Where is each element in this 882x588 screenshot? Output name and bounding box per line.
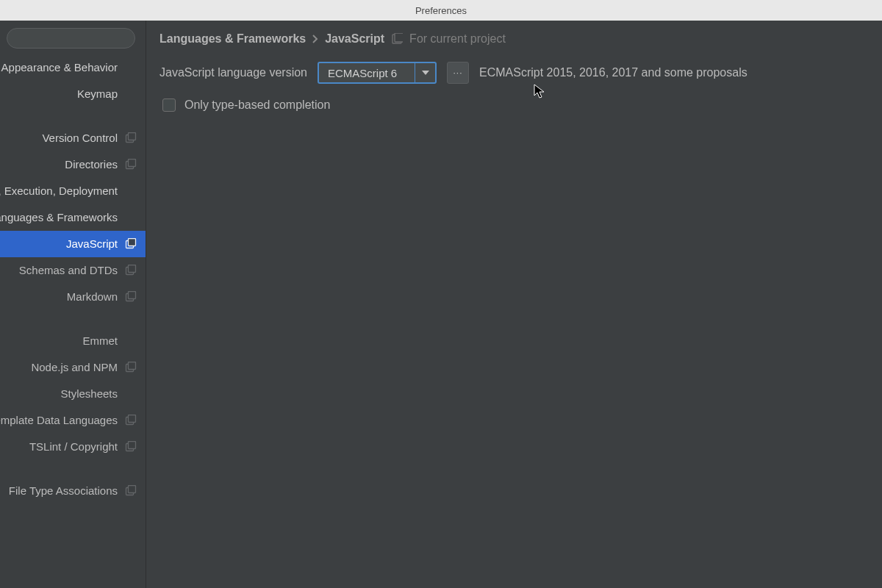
sidebar: Appearance & BehaviorKeymapVersion Contr… <box>0 21 146 588</box>
body: Appearance & BehaviorKeymapVersion Contr… <box>0 21 882 588</box>
project-scope-icon <box>125 485 137 497</box>
sidebar-item[interactable]: Markdown <box>0 284 146 310</box>
sidebar-item[interactable]: Build, Execution, Deployment <box>0 178 146 204</box>
project-scope-icon <box>125 265 137 276</box>
sidebar-item-label: Markdown <box>67 284 118 310</box>
sidebar-item[interactable]: TSLint / Copyright <box>0 434 146 460</box>
type-completion-label: Only type-based completion <box>184 98 330 112</box>
sidebar-item-label: Version Control <box>42 125 118 151</box>
dropdown-arrow-icon <box>415 63 435 82</box>
language-version-value: ECMAScript 6 <box>319 63 415 82</box>
sidebar-item-label: Appearance & Behavior <box>1 54 118 81</box>
sidebar-item-label: Stylesheets <box>60 381 118 407</box>
window-title: Preferences <box>415 5 467 16</box>
svg-rect-9 <box>129 292 136 299</box>
sidebar-item[interactable]: Stylesheets <box>0 381 146 407</box>
sidebar-item[interactable]: JavaScript <box>0 231 146 257</box>
svg-rect-11 <box>129 362 136 370</box>
sidebar-item[interactable]: Node.js and NPM <box>0 354 146 381</box>
sidebar-item-label: Template Data Languages <box>0 407 118 434</box>
sidebar-item-label: Languages & Frameworks <box>0 204 118 231</box>
sidebar-item[interactable]: Appearance & Behavior <box>0 54 146 81</box>
svg-rect-3 <box>129 159 136 167</box>
project-scope-icon <box>125 132 137 144</box>
project-scope-icon <box>125 291 137 303</box>
type-completion-row: Only type-based completion <box>162 98 882 112</box>
language-version-label: JavaScript language version <box>159 66 307 79</box>
sidebar-item[interactable]: Template Data Languages <box>0 407 146 434</box>
project-scope-icon <box>125 238 137 250</box>
chevron-right-icon <box>312 35 318 43</box>
breadcrumb-current: JavaScript <box>325 32 384 46</box>
language-version-more-button[interactable]: ··· <box>447 62 469 84</box>
project-scope-icon <box>125 415 137 426</box>
type-completion-checkbox[interactable] <box>162 98 176 112</box>
sidebar-item-label: Keymap <box>77 81 118 107</box>
sidebar-item-label: Directories <box>65 151 118 178</box>
sidebar-item-label: File Type Associations <box>9 478 118 504</box>
project-scope-icon <box>391 33 403 45</box>
ellipsis-icon: ··· <box>453 68 463 78</box>
search-input[interactable] <box>7 28 135 49</box>
language-version-description: ECMAScript 2015, 2016, 2017 and some pro… <box>479 66 747 79</box>
breadcrumb-scope-hint: For current project <box>409 32 506 46</box>
svg-rect-1 <box>129 133 136 140</box>
sidebar-item[interactable]: File Type Associations <box>0 478 146 504</box>
sidebar-item-label: Emmet <box>82 328 118 354</box>
svg-rect-17 <box>129 486 136 493</box>
breadcrumb: Languages & Frameworks JavaScript For cu… <box>159 32 882 46</box>
sidebar-item[interactable]: Schemas and DTDs <box>0 257 146 284</box>
sidebar-item-label: Node.js and NPM <box>31 354 118 381</box>
sidebar-item-label: TSLint / Copyright <box>29 434 118 460</box>
sidebar-item-label: Schemas and DTDs <box>19 257 118 284</box>
sidebar-item[interactable]: Version Control <box>0 125 146 151</box>
content-panel: Languages & Frameworks JavaScript For cu… <box>146 21 882 588</box>
search-wrap <box>0 21 146 54</box>
project-scope-icon <box>125 441 137 453</box>
svg-rect-13 <box>129 415 136 423</box>
settings-tree[interactable]: Appearance & BehaviorKeymapVersion Contr… <box>0 54 146 588</box>
titlebar: Preferences <box>0 0 882 21</box>
svg-rect-7 <box>129 265 136 273</box>
project-scope-icon <box>125 159 137 171</box>
sidebar-item[interactable]: Languages & Frameworks <box>0 204 146 231</box>
project-scope-icon <box>125 362 137 373</box>
svg-rect-5 <box>129 239 136 246</box>
sidebar-item-label: Build, Execution, Deployment <box>0 178 118 204</box>
breadcrumb-parent[interactable]: Languages & Frameworks <box>159 32 306 46</box>
language-version-select[interactable]: ECMAScript 6 <box>318 62 437 84</box>
language-version-row: JavaScript language version ECMAScript 6… <box>159 62 882 84</box>
preferences-window: Preferences Appearance & BehaviorKeymapV… <box>0 0 882 588</box>
svg-rect-19 <box>395 33 403 42</box>
sidebar-item[interactable]: Emmet <box>0 328 146 354</box>
svg-rect-15 <box>129 442 136 449</box>
sidebar-item-label: JavaScript <box>66 231 118 257</box>
sidebar-item[interactable]: Directories <box>0 151 146 178</box>
sidebar-item[interactable]: Keymap <box>0 81 146 107</box>
